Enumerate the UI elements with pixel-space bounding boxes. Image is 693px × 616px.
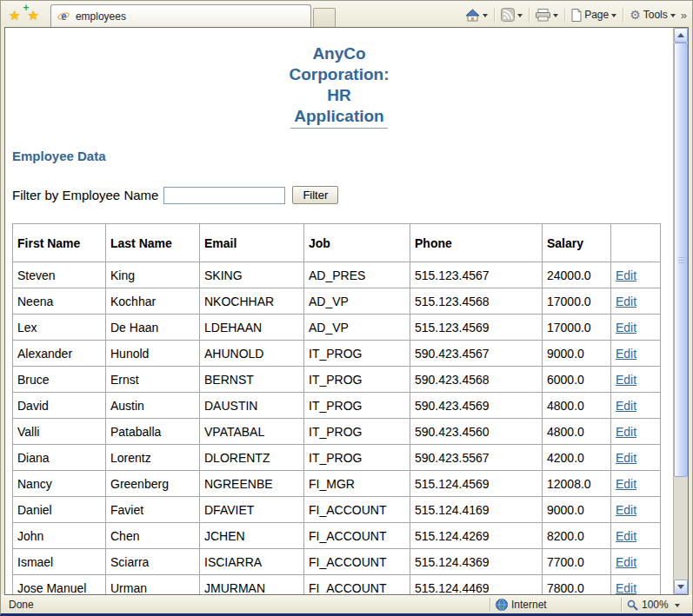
cell-edit: Edit — [611, 341, 661, 367]
cell-last: Urman — [106, 575, 200, 595]
cell-job: FI_ACCOUNT — [304, 497, 410, 523]
table-row: DianaLorentzDLORENTZIT_PROG590.423.55674… — [13, 445, 661, 471]
cell-email: VPATABAL — [200, 419, 304, 445]
page-dropdown-caret — [611, 14, 616, 17]
cell-edit: Edit — [611, 367, 661, 393]
home-button[interactable] — [463, 8, 490, 23]
feeds-dropdown-caret — [517, 14, 523, 17]
cell-last: De Haan — [106, 315, 200, 341]
cell-salary: 9000.0 — [543, 497, 611, 523]
security-zone-panel: Internet — [490, 598, 621, 613]
cell-salary: 12008.0 — [543, 471, 611, 497]
cell-email: AHUNOLD — [200, 341, 304, 367]
cell-last: Faviet — [106, 497, 200, 523]
edit-link[interactable]: Edit — [616, 347, 636, 361]
gear-icon: ⚙ — [630, 9, 641, 21]
table-row: DavidAustinDAUSTINIT_PROG590.423.4569480… — [13, 393, 661, 419]
tab-label: employees — [76, 10, 126, 23]
edit-link[interactable]: Edit — [616, 477, 636, 491]
edit-link[interactable]: Edit — [616, 268, 636, 282]
cell-last: Hunold — [106, 341, 200, 367]
table-row: AlexanderHunoldAHUNOLDIT_PROG590.423.456… — [13, 341, 661, 367]
table-row: LexDe HaanLDEHAANAD_VP515.123.456917000.… — [13, 315, 661, 341]
cell-phone: 515.123.4569 — [410, 315, 543, 341]
cell-phone: 515.123.4567 — [410, 262, 543, 288]
browser-toolbar: ★ ★ + e employees — [1, 1, 692, 27]
table-row: Jose ManuelUrmanJMURMANFI_ACCOUNT515.124… — [13, 575, 661, 595]
cell-last: Pataballa — [106, 419, 200, 445]
edit-link[interactable]: Edit — [616, 321, 636, 334]
cell-first: Alexander — [13, 341, 106, 367]
cell-salary: 4800.0 — [543, 419, 611, 445]
cell-salary: 4800.0 — [543, 393, 611, 419]
cell-phone: 515.124.4369 — [410, 549, 543, 575]
scroll-down-button[interactable] — [674, 580, 688, 594]
cell-last: Greenberg — [106, 471, 200, 497]
table-row: StevenKingSKINGAD_PRES515.123.456724000.… — [13, 262, 661, 288]
scrollbar-thumb[interactable] — [674, 43, 688, 477]
cell-first: Neena — [13, 288, 106, 315]
cell-first: Ismael — [13, 549, 106, 575]
toolbar-separator — [623, 8, 623, 23]
filter-button[interactable]: Filter — [292, 186, 338, 204]
cell-email: NGREENBE — [200, 471, 304, 497]
cell-first: Diana — [13, 445, 106, 471]
print-dropdown-caret — [553, 14, 558, 17]
scroll-down-arrow-icon — [677, 585, 684, 593]
page-title-line: Corporation: — [12, 64, 666, 85]
cell-edit: Edit — [611, 288, 661, 315]
cell-email: DFAVIET — [200, 497, 304, 523]
cell-job: IT_PROG — [304, 393, 410, 419]
tools-dropdown-caret — [670, 14, 676, 17]
home-icon — [465, 9, 480, 22]
cell-job: IT_PROG — [304, 341, 410, 367]
scroll-up-button[interactable] — [674, 28, 688, 43]
new-tab-button[interactable] — [313, 8, 336, 27]
cell-edit: Edit — [611, 575, 661, 595]
cell-last: Kochhar — [106, 288, 200, 315]
cell-edit: Edit — [611, 262, 661, 288]
edit-link[interactable]: Edit — [616, 529, 636, 543]
edit-link[interactable]: Edit — [616, 295, 636, 308]
page-title: AnyCo Corporation: HR Application — [12, 43, 666, 129]
print-button[interactable] — [533, 8, 561, 23]
cell-email: JMURMAN — [200, 575, 304, 595]
add-favorite-button[interactable]: ★ + — [24, 8, 41, 23]
cell-job: AD_VP — [304, 288, 410, 315]
cell-salary: 9000.0 — [543, 341, 611, 367]
favorites-star-icon: ★ — [9, 9, 20, 22]
home-dropdown-caret — [483, 14, 488, 17]
vertical-scrollbar[interactable] — [673, 28, 688, 594]
filter-row: Filter by Employee Name Filter — [12, 186, 666, 204]
page-menu-button[interactable]: Page — [569, 8, 619, 23]
cell-first: Nancy — [13, 471, 106, 497]
page-content: AnyCo Corporation: HR Application Employ… — [5, 28, 673, 594]
edit-link[interactable]: Edit — [616, 425, 636, 439]
edit-link[interactable]: Edit — [616, 451, 636, 465]
cell-last: King — [106, 262, 200, 288]
toolbar-overflow-chevron[interactable]: » — [679, 9, 689, 22]
zoom-button[interactable]: 100% — [622, 598, 690, 613]
cell-email: DAUSTIN — [200, 393, 304, 419]
favorites-center-button[interactable]: ★ — [6, 8, 23, 23]
edit-link[interactable]: Edit — [616, 555, 636, 569]
edit-link[interactable]: Edit — [616, 373, 636, 387]
cell-job: FI_ACCOUNT — [304, 523, 410, 549]
cell-edit: Edit — [611, 497, 661, 523]
cell-salary: 7800.0 — [543, 575, 611, 595]
filter-input[interactable] — [163, 187, 285, 204]
edit-link[interactable]: Edit — [616, 581, 636, 595]
cell-phone: 515.124.4269 — [410, 523, 543, 549]
employee-table: First NameLast NameEmailJobPhoneSalary S… — [12, 223, 661, 594]
cell-salary: 17000.0 — [543, 288, 611, 315]
ie-logo-icon: e — [57, 10, 70, 23]
tools-menu-button[interactable]: ⚙ Tools — [627, 8, 678, 22]
feeds-button[interactable] — [498, 7, 525, 23]
edit-link[interactable]: Edit — [616, 503, 636, 517]
printer-icon — [536, 9, 550, 22]
column-header: Job — [304, 224, 410, 262]
magnifier-icon — [627, 599, 638, 611]
edit-link[interactable]: Edit — [616, 399, 636, 413]
scrollbar-track[interactable] — [674, 43, 688, 580]
tab-employees[interactable]: e employees — [50, 4, 311, 27]
